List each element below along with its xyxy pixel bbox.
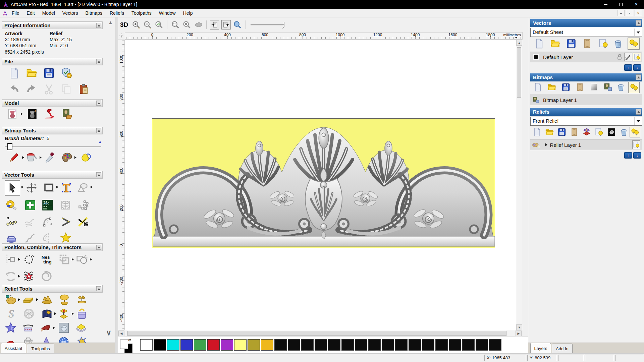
menu-help[interactable]: Help bbox=[179, 9, 197, 17]
collapse-button[interactable] bbox=[636, 74, 641, 80]
menu-toolpaths[interactable]: Toolpaths bbox=[128, 9, 155, 17]
new-vector-layer-button[interactable] bbox=[534, 38, 544, 49]
brush-diameter-slider[interactable] bbox=[5, 146, 101, 147]
menu-vectors[interactable]: Vectors bbox=[59, 9, 82, 17]
flyout-arrow-icon[interactable] bbox=[21, 186, 23, 188]
star-relief-button[interactable] bbox=[5, 322, 17, 334]
scale-relief-button[interactable] bbox=[58, 294, 70, 306]
move-relief-down-button[interactable]: ↓ bbox=[633, 152, 641, 159]
vector-library-button[interactable] bbox=[42, 199, 54, 211]
color-swatch[interactable] bbox=[140, 339, 153, 351]
menu-edit[interactable]: Edit bbox=[23, 9, 39, 17]
show-vector-layer-button[interactable] bbox=[598, 38, 609, 49]
preview-relief-button[interactable] bbox=[233, 20, 242, 29]
weld-vectors-button[interactable] bbox=[76, 253, 88, 265]
dropdown-button[interactable] bbox=[634, 117, 642, 125]
color-swatch[interactable] bbox=[368, 339, 381, 351]
delete-vector-layer-button[interactable] bbox=[613, 38, 624, 49]
spin-relief-button[interactable] bbox=[58, 336, 70, 343]
relief-greyscale-button[interactable] bbox=[607, 127, 616, 137]
paint-brush-button[interactable] bbox=[8, 152, 20, 164]
offset-relief-button[interactable] bbox=[58, 308, 70, 320]
greyscale-from-model-button[interactable] bbox=[7, 108, 19, 120]
pick-colour-button[interactable] bbox=[44, 152, 56, 164]
slice-relief-button[interactable] bbox=[40, 322, 52, 334]
transform-vectors-button[interactable] bbox=[25, 182, 38, 194]
expand-layer-icon[interactable] bbox=[545, 143, 547, 146]
collapse-button[interactable] bbox=[636, 20, 641, 26]
scroll-up-button[interactable]: ▲ bbox=[516, 40, 522, 46]
redo-button[interactable] bbox=[25, 83, 38, 95]
scroll-right-button[interactable]: ▶ bbox=[516, 330, 522, 336]
shape-editor-button[interactable] bbox=[5, 294, 17, 306]
color-swatch[interactable] bbox=[288, 339, 300, 351]
scroll-down-button[interactable]: ▼ bbox=[516, 324, 522, 330]
tab-toolpaths[interactable]: Toolpaths bbox=[27, 344, 54, 353]
relief-select[interactable]: Front Relief bbox=[530, 117, 642, 126]
panel-scroll-up-icon[interactable]: ▲ bbox=[108, 19, 113, 25]
fit-curve-button[interactable] bbox=[23, 232, 36, 244]
section-position-combine-trim[interactable]: Position, Combine, Trim Vectors bbox=[2, 243, 103, 251]
invert-relief-button[interactable] bbox=[76, 308, 88, 320]
relief-layer-row[interactable]: + Relief Layer 1 bbox=[530, 139, 642, 150]
flyout-arrow-icon[interactable] bbox=[40, 156, 42, 159]
nesting-button[interactable] bbox=[40, 253, 52, 265]
child-minimize-button[interactable]: – bbox=[617, 10, 625, 16]
toggle-vector-view-button[interactable] bbox=[221, 20, 231, 29]
bitmap-layer-row[interactable]: Bitmap Layer 1 bbox=[530, 95, 642, 105]
open-relief-layer-button[interactable] bbox=[545, 127, 554, 137]
flyout-arrow-icon[interactable] bbox=[53, 326, 55, 329]
move-layer-down-button[interactable]: ↓ bbox=[633, 64, 641, 71]
tab-add-in[interactable]: Add In bbox=[552, 344, 573, 354]
zoom-box-button[interactable] bbox=[171, 20, 180, 29]
flyout-arrow-icon[interactable] bbox=[72, 312, 74, 315]
flyout-arrow-icon[interactable] bbox=[74, 156, 76, 159]
color-swatch[interactable] bbox=[194, 339, 206, 351]
wrap-relief-button[interactable] bbox=[22, 322, 34, 334]
primary-colour-swatch[interactable] bbox=[120, 340, 128, 349]
save-vector-layer-button[interactable] bbox=[566, 38, 577, 49]
horizontal-scroll-thumb[interactable] bbox=[127, 331, 506, 336]
flyout-arrow-icon[interactable] bbox=[21, 113, 23, 115]
delete-bitmap-layer-button[interactable] bbox=[616, 82, 626, 93]
new-bitmap-layer-button[interactable] bbox=[533, 82, 543, 93]
collapse-button[interactable] bbox=[96, 286, 101, 291]
bitmap-to-layer-button[interactable] bbox=[603, 82, 613, 93]
create-star-button[interactable] bbox=[60, 232, 72, 244]
flood-fill-button[interactable] bbox=[25, 152, 38, 164]
vertical-scroll-thumb[interactable] bbox=[517, 47, 521, 98]
create-text-button[interactable] bbox=[60, 182, 72, 194]
relief-library-button[interactable] bbox=[41, 308, 53, 320]
primary-secondary-colours[interactable]: ⇄ bbox=[120, 339, 136, 352]
color-swatch[interactable] bbox=[449, 339, 461, 351]
section-file[interactable]: File bbox=[2, 58, 103, 65]
group-vectors-button[interactable] bbox=[58, 253, 70, 265]
merge-relief-layers-button[interactable] bbox=[570, 127, 579, 137]
flyout-arrow-icon[interactable] bbox=[91, 186, 93, 188]
measure-tool-button[interactable] bbox=[5, 199, 17, 211]
color-swatch[interactable] bbox=[382, 339, 394, 351]
flyout-arrow-icon[interactable] bbox=[90, 258, 92, 261]
save-relief-layer-button[interactable] bbox=[557, 127, 567, 137]
color-swatch[interactable] bbox=[207, 339, 220, 351]
menu-reliefs[interactable]: Reliefs bbox=[106, 9, 128, 17]
collapse-button[interactable] bbox=[96, 245, 101, 250]
show-relief-layer-button[interactable] bbox=[594, 127, 604, 137]
node-editing-button[interactable] bbox=[5, 216, 17, 228]
section-vector-tools[interactable]: Vector Tools bbox=[2, 171, 103, 179]
section-bitmap-tools[interactable]: Bitmap Tools bbox=[2, 127, 103, 134]
color-swatch[interactable] bbox=[395, 339, 408, 351]
trim-vectors-button[interactable] bbox=[77, 216, 89, 228]
paste-button[interactable] bbox=[78, 83, 90, 95]
new-relief-layer-button[interactable] bbox=[532, 127, 542, 137]
texture-flood-button[interactable] bbox=[80, 152, 92, 164]
collapse-button[interactable] bbox=[96, 23, 101, 28]
section-model[interactable]: Model bbox=[2, 99, 103, 107]
scroll-left-button[interactable]: ◀ bbox=[118, 330, 124, 336]
turn-relief-button[interactable] bbox=[75, 336, 87, 343]
section-relief-tools[interactable]: Relief Tools bbox=[2, 285, 103, 293]
zoom-fit-button[interactable] bbox=[194, 20, 203, 29]
color-swatch[interactable] bbox=[261, 339, 273, 351]
color-swatch[interactable] bbox=[435, 339, 448, 351]
options-button[interactable] bbox=[60, 67, 72, 79]
